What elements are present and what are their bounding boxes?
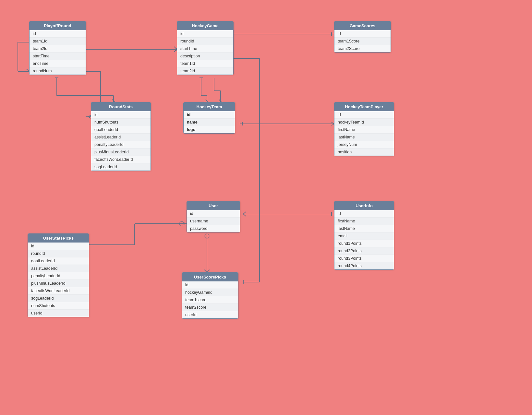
entity-user: User id username password: [187, 201, 240, 232]
entity-userscorepicks: UserScorePicks id hockeyGameId team1scor…: [182, 272, 238, 319]
field-hockeyteamplayer-id: id: [334, 111, 394, 119]
field-playoffround-starttime: startTime: [30, 53, 86, 60]
field-userstatspicks-assistleaderid: assistLeaderId: [28, 265, 89, 272]
field-hockeygame-team2id: team2Id: [177, 67, 233, 75]
entity-hockeygame: HockeyGame id roundId startTime descript…: [177, 21, 234, 75]
field-roundstats-numshutouts: numShutouts: [91, 119, 151, 126]
svg-line-67: [88, 115, 91, 117]
field-hockeyteam-name: name: [184, 119, 235, 126]
field-gamescores-team2score: team2Score: [334, 45, 391, 52]
field-userscorepicks-team1score: team1score: [182, 296, 238, 304]
field-user-username: username: [187, 218, 240, 225]
svg-line-25: [219, 100, 222, 102]
field-userstatspicks-penaltyleaderid: penaltyLeaderId: [28, 272, 89, 280]
field-userinfo-lastname: lastName: [334, 225, 394, 232]
entity-gamescores-header: GameScores: [334, 21, 391, 30]
entity-hockeyteamplayer: HockeyTeamPlayer id hockeyTeamId firstNa…: [334, 102, 394, 156]
entity-roundstats-header: RoundStats: [91, 102, 151, 111]
svg-line-62: [27, 69, 29, 71]
entity-roundstats: RoundStats id numShutouts goalLeaderId a…: [91, 102, 151, 171]
entity-user-header: User: [187, 201, 240, 210]
svg-line-49: [243, 214, 246, 216]
field-hockeygame-description: description: [177, 53, 233, 60]
field-roundstats-faceoffswonleaderid: faceoffsWonLeaderId: [91, 156, 151, 163]
field-roundstats-sogleaderid: sogLeaderId: [91, 163, 151, 171]
field-userstatspicks-id: id: [28, 243, 89, 250]
field-hockeygame-id: id: [177, 30, 233, 38]
field-playoffround-roundnum: roundNum: [30, 67, 86, 75]
svg-point-36: [179, 221, 184, 226]
field-playoffround-id: id: [30, 30, 86, 38]
entity-userstatspicks-header: UserStatsPicks: [28, 234, 89, 243]
svg-line-44: [204, 270, 207, 272]
field-roundstats-goalleaderid: goalLeaderId: [91, 126, 151, 134]
svg-line-31: [332, 124, 334, 125]
field-userstatspicks-plusminusleaderid: plusMinusLeaderId: [28, 280, 89, 287]
entity-userscorepicks-header: UserScorePicks: [182, 273, 238, 281]
field-gamescores-team1score: team1Score: [334, 38, 391, 45]
field-userinfo-round1points: round1Points: [334, 240, 394, 247]
entity-userinfo-header: UserInfo: [334, 201, 394, 210]
field-userstatspicks-roundid: roundId: [28, 250, 89, 257]
field-roundstats-penaltyleaderid: penaltyLeaderId: [91, 141, 151, 148]
field-userscorepicks-userid: userId: [182, 311, 238, 318]
field-gamescores-id: id: [334, 30, 391, 38]
entity-hockeyteam-header: HockeyTeam: [184, 102, 235, 111]
field-userinfo-id: id: [334, 210, 394, 218]
svg-line-19: [206, 100, 208, 102]
diagram-canvas: PlayoffRound id team1Id team2Id startTim…: [0, 0, 532, 415]
field-userinfo-round2points: round2Points: [334, 247, 394, 255]
field-roundstats-plusminusleaderid: plusMinusLeaderId: [91, 148, 151, 156]
field-userinfo-round3points: round3Points: [334, 255, 394, 262]
field-roundstats-assistleaderid: assistLeaderId: [91, 134, 151, 141]
field-userstatspicks-faceoffswonleaderid: faceoffsWonLeaderId: [28, 287, 89, 295]
field-userscorepicks-team2score: team2score: [182, 304, 238, 311]
field-hockeygame-team1id: team1Id: [177, 60, 233, 67]
field-hockeygame-roundid: roundId: [177, 38, 233, 45]
field-userscorepicks-hockeygameid: hockeyGameId: [182, 289, 238, 296]
svg-point-43: [205, 234, 209, 238]
field-hockeyteamplayer-hockeyteamid: hockeyTeamId: [334, 119, 394, 126]
field-user-password: password: [187, 225, 240, 232]
field-userinfo-email: email: [334, 232, 394, 240]
entity-hockeyteam: HockeyTeam id name logo: [183, 102, 235, 134]
field-playoffround-team2id: team2Id: [30, 45, 86, 53]
svg-line-13: [112, 100, 115, 102]
field-userstatspicks-numshutouts: numShutouts: [28, 302, 89, 310]
field-userinfo-round4points: round4Points: [334, 262, 394, 269]
entity-hockeygame-header: HockeyGame: [177, 21, 233, 30]
field-userinfo-firstname: firstName: [334, 218, 394, 225]
svg-line-30: [332, 122, 334, 124]
entity-userinfo: UserInfo id firstName lastName email rou…: [334, 201, 394, 270]
field-userstatspicks-userid: userId: [28, 310, 89, 317]
svg-line-48: [243, 212, 246, 214]
field-userstatspicks-goalleaderid: goalLeaderId: [28, 257, 89, 265]
entity-hockeyteamplayer-header: HockeyTeamPlayer: [334, 102, 394, 111]
field-hockeyteamplayer-jerseynum: jerseyNum: [334, 141, 394, 148]
entity-userstatspicks: UserStatsPicks id roundId goalLeaderId a…: [28, 233, 89, 317]
field-hockeyteamplayer-position: position: [334, 148, 394, 156]
field-hockeyteam-logo: logo: [184, 126, 235, 133]
svg-line-68: [88, 117, 91, 118]
field-roundstats-id: id: [91, 111, 151, 119]
entity-playoffround-header: PlayoffRound: [30, 21, 86, 30]
field-playoffround-endtime: endTime: [30, 60, 86, 67]
svg-line-3: [174, 47, 177, 49]
field-hockeyteam-id: id: [184, 111, 235, 119]
entity-gamescores: GameScores id team1Score team2Score: [334, 21, 391, 53]
field-playoffround-team1id: team1Id: [30, 38, 86, 45]
entity-playoffround: PlayoffRound id team1Id team2Id startTim…: [29, 21, 86, 75]
field-userscorepicks-id: id: [182, 281, 238, 289]
field-hockeygame-starttime: startTime: [177, 45, 233, 53]
svg-line-4: [174, 49, 177, 52]
svg-line-45: [207, 270, 210, 272]
field-hockeyteamplayer-firstname: firstName: [334, 126, 394, 134]
field-userstatspicks-sogleaderid: sogLeaderId: [28, 295, 89, 302]
field-user-id: id: [187, 210, 240, 218]
field-hockeyteamplayer-lastname: lastName: [334, 134, 394, 141]
